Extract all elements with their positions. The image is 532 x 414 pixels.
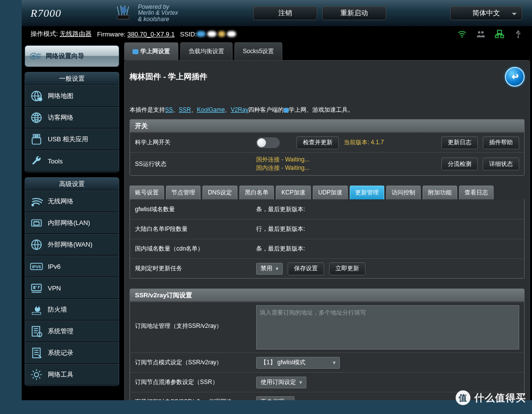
globe-net-icon <box>30 112 43 124</box>
svg-rect-28 <box>32 312 40 314</box>
cog-icon <box>30 369 43 381</box>
subtab-update[interactable]: 更新管理 <box>350 186 384 199</box>
label-cdn: 国内域名数量（cdn名单） <box>130 241 251 257</box>
update-now-button[interactable]: 立即更新 <box>329 262 366 275</box>
sidebar-item-lan[interactable]: 内部网络(LAN) <box>25 212 119 234</box>
svg-rect-4 <box>117 15 129 19</box>
svg-rect-8 <box>498 31 501 34</box>
detail-status-button[interactable]: 详细状态 <box>483 158 519 170</box>
sidebar-item-syslog[interactable]: 系统记录 <box>25 342 119 364</box>
sidebar-item-tools[interactable]: Tools <box>25 150 119 172</box>
tab-ss[interactable]: 学上网设置 <box>124 42 178 60</box>
value-gfwlist: 条，最后更新版本: <box>251 202 524 217</box>
advanced-header: 高级设置 <box>25 178 119 191</box>
sidebar-item-guest[interactable]: 访客网络 <box>25 107 119 128</box>
subtab-bwlist[interactable]: 黑白名单 <box>239 186 274 199</box>
clients-icon[interactable] <box>476 29 486 39</box>
lan-icon[interactable] <box>495 29 504 39</box>
ipv6-icon: IPV6 <box>30 260 43 272</box>
subtab-log[interactable]: 查看日志 <box>459 186 494 199</box>
tab-loadbalance[interactable]: 负载均衡设置 <box>180 42 233 60</box>
sub-obfs-select[interactable]: 使用订阅设定 <box>256 377 306 388</box>
sidebar-item-label: IPv6 <box>48 263 61 270</box>
save-button[interactable]: 保存设置 <box>288 262 324 275</box>
svg-point-13 <box>33 55 35 58</box>
sidebar-item-admin[interactable]: 系统管理 <box>25 320 119 342</box>
usb-icon[interactable] <box>513 29 523 39</box>
logout-button[interactable]: 注销 <box>253 6 317 20</box>
sidebar-item-label: 无线网络 <box>48 197 73 206</box>
sidebar-item-ipv6[interactable]: IPV6IPv6 <box>25 255 119 277</box>
svg-point-5 <box>462 36 463 38</box>
wifi-icon[interactable] <box>457 29 467 39</box>
sidebar-item-network-map[interactable]: 网络地图 <box>25 85 119 107</box>
wrench-icon <box>30 155 43 167</box>
sidebar-item-label: 网络工具 <box>48 370 73 379</box>
page-title: 梅林固件 - 学上网插件 <box>130 72 207 82</box>
sidebar: 网络设置向导 一般设置 网络地图 访客网络 USB 相关应用 Tools 高级设… <box>22 41 122 400</box>
switch-header: 开关 <box>130 120 524 132</box>
link-ssr[interactable]: SSR <box>179 106 191 113</box>
powered-by: Powered byMerlin & Vortex& koolshare <box>138 4 178 23</box>
sidebar-item-wan[interactable]: 外部网络(WAN) <box>25 234 119 255</box>
sidebar-item-nettools[interactable]: 网络工具 <box>25 364 119 385</box>
tab-socks5[interactable]: Socks5设置 <box>234 42 282 60</box>
reboot-button[interactable]: 重新启动 <box>322 6 386 20</box>
sidebar-item-label: 系统管理 <box>48 327 73 336</box>
brand: R7000 <box>31 7 114 20</box>
subscribe-table: SSR/v2ray订阅设置 订阅地址管理（支持SSR/v2ray） 订阅节点模式… <box>130 288 525 400</box>
sidebar-item-label: 防火墙 <box>48 305 67 314</box>
split-test-button[interactable]: 分流检测 <box>441 158 478 170</box>
label-gfwlist: gfwlist域名数量 <box>130 201 251 218</box>
gear-icon <box>29 51 42 61</box>
mode-link[interactable]: 无线路由器 <box>60 30 92 38</box>
sidebar-item-wireless[interactable]: 无线网络 <box>25 191 119 212</box>
switch-table: 开关 科学上网开关 检查并更新 当前版本: 4.1.7 更新日志 插件帮助 <box>130 119 525 176</box>
subtab-dns[interactable]: DNS设定 <box>202 186 237 199</box>
link-ss[interactable]: SS <box>165 106 173 113</box>
sub-mode-select[interactable]: 【1】 gfwlist模式 <box>256 357 340 369</box>
ss-toggle[interactable] <box>256 137 280 148</box>
sidebar-item-label: VPN <box>48 285 61 292</box>
subscribe-textarea[interactable] <box>256 305 519 350</box>
changelog-button[interactable]: 更新日志 <box>441 136 478 149</box>
language-select[interactable]: 简体中文 <box>450 6 522 20</box>
update-table: gfwlist域名数量条，最后更新版本: 大陆白名单IP段数量行，最后更新版本:… <box>130 199 525 279</box>
sidebar-item-label: USB 相关应用 <box>48 135 88 144</box>
subtab-udp[interactable]: UDP加速 <box>313 186 348 199</box>
vpn-icon <box>30 282 43 294</box>
sub-proxy-select[interactable]: 不走代理 <box>256 396 295 401</box>
label-sub-url: 订阅地址管理（支持SSR/v2ray） <box>130 302 251 334</box>
sidebar-item-usb[interactable]: USB 相关应用 <box>25 128 119 150</box>
value-chnroute: 行，最后更新版本: <box>251 222 524 236</box>
svg-rect-9 <box>496 35 499 38</box>
subtab-access[interactable]: 访问控制 <box>386 186 421 199</box>
subtab-account[interactable]: 账号设置 <box>130 186 164 199</box>
link-koolgame[interactable]: KoolGame <box>197 106 225 113</box>
sidebar-item-label: Tools <box>48 158 63 165</box>
link-v2ray[interactable]: V2Ray <box>231 106 248 113</box>
log-icon <box>30 347 43 359</box>
sidebar-item-vpn[interactable]: VPN <box>25 277 119 299</box>
label-chnroute: 大陆白名单IP段数量 <box>130 221 251 237</box>
globe-icon <box>30 239 43 251</box>
svg-line-0 <box>117 6 119 15</box>
help-button[interactable]: 插件帮助 <box>483 136 519 149</box>
subtab-kcp[interactable]: KCP加速 <box>276 186 311 199</box>
svg-point-6 <box>478 31 480 33</box>
subscribe-header: SSR/v2ray订阅设置 <box>130 289 524 302</box>
value-cdn: 条，最后更新版本: <box>251 242 524 256</box>
svg-rect-27 <box>32 284 41 290</box>
subtab-nodes[interactable]: 节点管理 <box>166 186 200 199</box>
svg-rect-18 <box>32 138 40 144</box>
sidebar-item-firewall[interactable]: 防火墙 <box>25 299 119 320</box>
subtab-addon[interactable]: 附加功能 <box>423 186 457 199</box>
wizard-button[interactable]: 网络设置向导 <box>25 45 119 67</box>
svg-rect-29 <box>32 326 39 336</box>
fw-link[interactable]: 380.70_0-X7.9.1 <box>128 31 175 38</box>
admin-icon <box>30 325 43 337</box>
status-foreign: 国外连接 - Waiting... <box>256 156 309 164</box>
check-update-button[interactable]: 检查并更新 <box>297 136 339 149</box>
back-button[interactable] <box>505 67 525 87</box>
cron-select[interactable]: 禁用 <box>256 263 283 275</box>
